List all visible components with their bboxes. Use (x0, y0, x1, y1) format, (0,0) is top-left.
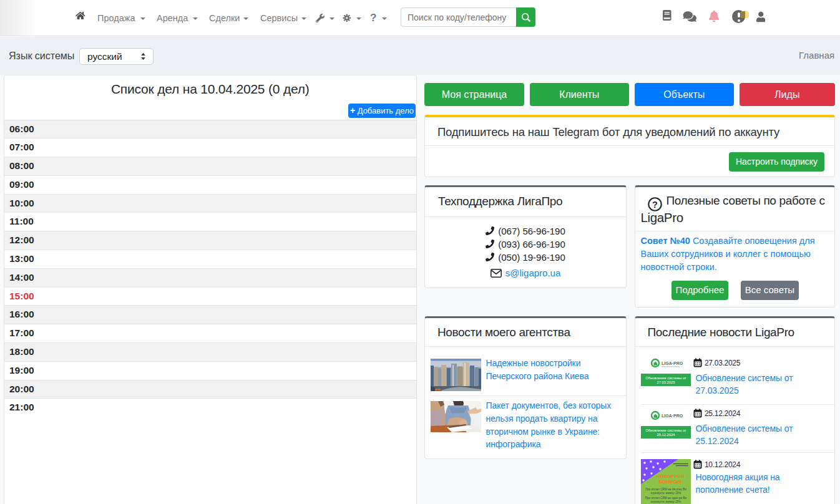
svg-text:отримуєте знижку 25%: отримуєте знижку 25% (650, 500, 681, 503)
svg-text:НОВОРІЧНІ: НОВОРІЧНІ (656, 473, 684, 479)
svg-text:Обновление системы от: Обновление системы от (645, 376, 686, 380)
svg-text:27.03.2025: 27.03.2025 (657, 380, 675, 384)
svg-text:При оплаті CRM на один рік Ви: При оплаті CRM на один рік Ви (645, 497, 686, 500)
svg-text:LIGA·PRO: LIGA·PRO (662, 414, 683, 418)
svg-text:LIGA·PRO: LIGA·PRO (662, 361, 683, 366)
svg-text:При оплаті CRM на пів року Ви: При оплаті CRM на пів року Ви (645, 488, 686, 491)
svg-text:отримуєте знижку 15%: отримуєте знижку 15% (650, 492, 681, 495)
svg-text:Обновление системы от: Обновление системы от (645, 429, 686, 432)
svg-text:25.12.2024: 25.12.2024 (657, 433, 675, 437)
svg-text:БОНУСИ!: БОНУСИ! (658, 479, 681, 485)
svg-text:?: ? (652, 199, 658, 209)
